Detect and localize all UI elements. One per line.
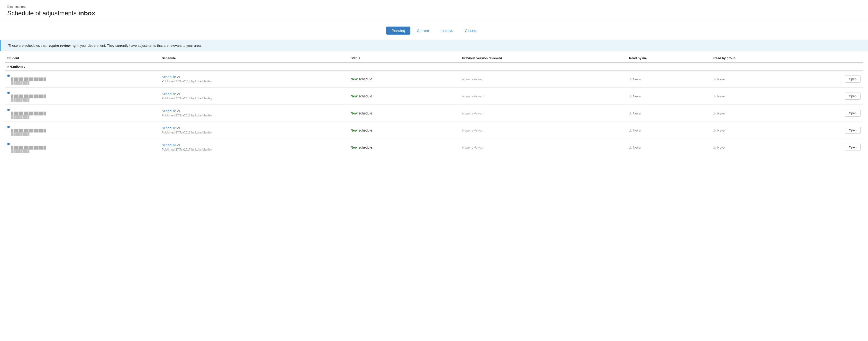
prev-reviewed-text: None reviewed — [462, 112, 484, 115]
tab-current[interactable]: Current — [411, 27, 434, 35]
student-cell: ██████████████ ████████ — [5, 88, 159, 105]
read-by-me-text: Never — [633, 94, 642, 98]
schedule-cell: Schedule v1 Published 27/Jul/2017 by Luk… — [159, 70, 348, 88]
warn-icon-group: ⚠ — [713, 129, 716, 132]
schedule-link[interactable]: Schedule v1 — [162, 143, 181, 147]
column-header-action — [812, 53, 863, 63]
tab-inactive[interactable]: Inactive — [435, 27, 459, 35]
read-by-me-text: Never — [633, 78, 642, 81]
student-id: ████████ — [11, 149, 157, 153]
open-button[interactable]: Open — [845, 144, 861, 151]
column-header-schedule: Schedule — [159, 53, 348, 63]
table-container: StudentScheduleStatusPrevious version re… — [0, 53, 868, 156]
schedule-link[interactable]: Schedule v1 — [162, 109, 181, 113]
table-body: 27/Jul/2017 ██████████████ ████████ Sche… — [5, 63, 863, 156]
open-button[interactable]: Open — [845, 76, 861, 83]
prev-reviewed-text: None reviewed — [462, 129, 484, 132]
table-row: ██████████████ ████████ Schedule v1 Publ… — [5, 70, 863, 88]
student-dot — [7, 143, 10, 145]
status-new: New — [350, 111, 358, 115]
student-id: ████████ — [11, 132, 157, 136]
table-header: StudentScheduleStatusPrevious version re… — [5, 53, 863, 63]
student-dot — [7, 126, 10, 128]
status-cell: New schedule — [348, 105, 460, 122]
schedule-link[interactable]: Schedule v1 — [162, 75, 181, 79]
status-new: New — [350, 77, 358, 81]
table-row: ██████████████ ████████ Schedule v1 Publ… — [5, 105, 863, 122]
read-by-me-text: Never — [633, 129, 642, 132]
tab-pending[interactable]: Pending — [386, 27, 410, 35]
info-suffix: in your department. They currently have … — [76, 44, 202, 48]
prev-reviewed-text: None reviewed — [462, 78, 484, 81]
status-cell: New schedule — [348, 139, 460, 156]
status-text: schedule — [358, 129, 372, 132]
student-id: ████████ — [11, 115, 157, 119]
read-by-group-text: Never — [717, 112, 726, 115]
page-title-bold: inbox — [78, 9, 95, 17]
table-row: ██████████████ ████████ Schedule v1 Publ… — [5, 139, 863, 156]
read-by-group-cell: ⚠Never — [711, 139, 812, 156]
prev-reviewed-text: None reviewed — [462, 146, 484, 149]
date-group-row: 27/Jul/2017 — [5, 63, 863, 70]
open-button[interactable]: Open — [845, 127, 861, 134]
warn-icon-group: ⚠ — [713, 112, 716, 115]
prev-reviewed-cell: None reviewed — [460, 105, 627, 122]
action-cell: Open — [812, 139, 863, 156]
read-by-me-cell: ⚠Never — [627, 105, 711, 122]
warn-icon-group: ⚠ — [713, 94, 716, 98]
read-by-group-text: Never — [717, 78, 726, 81]
tab-bar: PendingCurrentInactiveClosed — [0, 21, 868, 40]
student-dot — [7, 75, 10, 77]
schedule-cell: Schedule v1 Published 27/Jul/2017 by Luk… — [159, 88, 348, 105]
student-name: ██████████████ — [11, 146, 157, 149]
read-by-me-cell: ⚠Never — [627, 139, 711, 156]
open-button[interactable]: Open — [845, 92, 861, 100]
column-header-read_by_me: Read by me — [627, 53, 711, 63]
student-cell: ██████████████ ████████ — [5, 122, 159, 139]
read-by-group-text: Never — [717, 146, 726, 149]
status-cell: New schedule — [348, 88, 460, 105]
student-cell: ██████████████ ████████ — [5, 70, 159, 88]
read-by-group-cell: ⚠Never — [711, 88, 812, 105]
schedules-table: StudentScheduleStatusPrevious version re… — [5, 53, 863, 156]
student-dot — [7, 109, 10, 111]
student-dot — [7, 92, 10, 94]
student-cell: ██████████████ ████████ — [5, 105, 159, 122]
table-row: ██████████████ ████████ Schedule v1 Publ… — [5, 88, 863, 105]
warn-icon: ⚠ — [629, 146, 632, 149]
schedule-link[interactable]: Schedule v1 — [162, 92, 181, 96]
page-title-normal: Schedule of adjustments — [7, 9, 78, 17]
warn-icon: ⚠ — [629, 112, 632, 115]
page-header: Examinations Schedule of adjustments inb… — [0, 0, 868, 21]
status-text: schedule — [358, 77, 372, 81]
column-header-student: Student — [5, 53, 159, 63]
schedule-cell: Schedule v1 Published 27/Jul/2017 by Luk… — [159, 105, 348, 122]
read-by-me-text: Never — [633, 112, 642, 115]
open-button[interactable]: Open — [845, 110, 861, 117]
status-text: schedule — [358, 94, 372, 98]
section-label: Examinations — [7, 5, 861, 8]
read-by-me-cell: ⚠Never — [627, 122, 711, 139]
schedule-published: Published 27/Jul/2017 by Luke Manley — [162, 148, 346, 151]
schedule-published: Published 27/Jul/2017 by Luke Manley — [162, 97, 346, 100]
warn-icon: ⚠ — [629, 129, 632, 132]
tab-closed[interactable]: Closed — [460, 27, 482, 35]
info-bold: require reviewing — [48, 44, 76, 48]
read-by-group-cell: ⚠Never — [711, 70, 812, 88]
action-cell: Open — [812, 122, 863, 139]
student-id: ████████ — [11, 98, 157, 102]
action-cell: Open — [812, 70, 863, 88]
read-by-me-cell: ⚠Never — [627, 70, 711, 88]
page-title: Schedule of adjustments inbox — [7, 9, 861, 17]
student-name: ██████████████ — [11, 129, 157, 132]
schedule-link[interactable]: Schedule v1 — [162, 126, 181, 130]
read-by-me-cell: ⚠Never — [627, 88, 711, 105]
action-cell: Open — [812, 88, 863, 105]
table-row: ██████████████ ████████ Schedule v1 Publ… — [5, 122, 863, 139]
warn-icon: ⚠ — [629, 94, 632, 98]
schedule-published: Published 27/Jul/2017 by Luke Manley — [162, 114, 346, 117]
schedule-cell: Schedule v1 Published 27/Jul/2017 by Luk… — [159, 122, 348, 139]
student-id: ████████ — [11, 81, 157, 85]
student-name: ██████████████ — [11, 78, 157, 81]
prev-reviewed-cell: None reviewed — [460, 122, 627, 139]
